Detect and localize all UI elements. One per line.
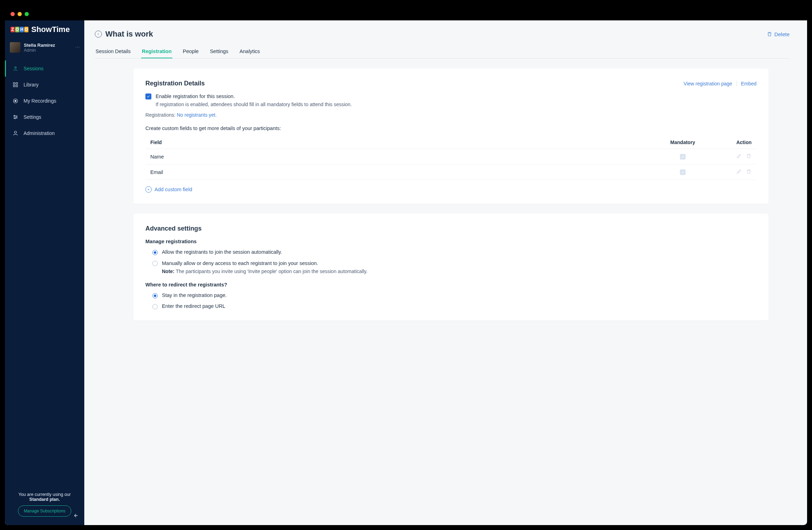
- field-name-cell: Email: [145, 164, 651, 180]
- manage-registrations-heading: Manage registrations: [145, 239, 757, 244]
- edit-row-button[interactable]: [736, 153, 742, 160]
- separator: [736, 81, 737, 86]
- plus-circle-icon: [145, 186, 152, 193]
- sidebar-item-label: Administration: [24, 130, 55, 136]
- trash-icon: [746, 153, 752, 159]
- tab-settings[interactable]: Settings: [209, 45, 229, 58]
- registration-card: Registration Details View registration p…: [133, 69, 768, 204]
- user-role: Admin: [24, 48, 55, 53]
- manage-option-manual-label: Manually allow or deny access to each re…: [162, 260, 318, 266]
- sidebar-item-label: Settings: [24, 114, 41, 120]
- check-icon: [681, 170, 685, 174]
- sidebar-item-label: My Recordings: [24, 98, 56, 104]
- table-row: Name: [145, 149, 757, 164]
- brand-name: ShowTime: [31, 25, 70, 34]
- check-icon: [146, 95, 150, 98]
- manage-option-manual-radio[interactable]: [152, 261, 158, 266]
- delete-row-button[interactable]: [746, 153, 752, 160]
- svg-point-6: [15, 100, 17, 102]
- table-row: Email: [145, 164, 757, 180]
- trash-icon: [767, 31, 772, 37]
- svg-rect-2: [16, 83, 18, 84]
- manage-option-auto-label: Allow the registrants to join the sessio…: [162, 249, 282, 255]
- col-mandatory: Mandatory: [651, 136, 714, 149]
- svg-rect-1: [13, 83, 15, 84]
- svg-rect-3: [13, 85, 15, 87]
- sidebar-item-recordings[interactable]: My Recordings: [5, 93, 84, 109]
- advanced-card: Advanced settings Manage registrations A…: [133, 214, 768, 321]
- plan-text-prefix: You are currently using our: [19, 492, 71, 497]
- user-name: Stella Ramirez: [24, 43, 55, 48]
- field-name-cell: Name: [145, 149, 651, 164]
- trash-icon: [746, 169, 752, 174]
- user-menu-icon[interactable]: ⋮: [75, 45, 80, 50]
- col-field: Field: [145, 136, 651, 149]
- record-icon: [12, 98, 19, 104]
- pencil-icon: [736, 169, 742, 174]
- edit-row-button[interactable]: [736, 169, 742, 175]
- mandatory-checkbox[interactable]: [680, 169, 686, 175]
- col-action: Action: [714, 136, 757, 149]
- tab-registration[interactable]: Registration: [141, 45, 172, 58]
- redirect-option-stay-label: Stay in the registration page.: [162, 292, 227, 298]
- plan-name: Standard plan.: [30, 497, 60, 502]
- registrations-info: Registrations: No registrants yet.: [145, 112, 757, 118]
- redirect-option-stay-radio[interactable]: [152, 293, 158, 298]
- manage-subscriptions-button[interactable]: Manage Subscriptions: [18, 505, 72, 517]
- enable-registration-label: Enable registration for this session.: [156, 93, 235, 99]
- avatar: [10, 42, 20, 53]
- check-icon: [681, 155, 685, 159]
- manage-note: Note: The participants you invite using …: [162, 269, 367, 274]
- pencil-icon: [736, 153, 742, 159]
- collapse-sidebar-icon[interactable]: [72, 512, 79, 520]
- svg-point-0: [15, 67, 17, 69]
- custom-fields-table: Field Mandatory Action Name: [145, 136, 757, 180]
- add-custom-field-button[interactable]: Add custom field: [145, 186, 192, 193]
- embed-link[interactable]: Embed: [741, 81, 757, 86]
- enable-registration-checkbox[interactable]: [145, 93, 151, 99]
- window-titlebar: [5, 8, 807, 20]
- enable-registration-subtext: If registration is enabled, attendees sh…: [156, 102, 757, 107]
- tab-session-details[interactable]: Session Details: [95, 45, 131, 58]
- maximize-window-icon[interactable]: [25, 12, 29, 16]
- person-icon: [12, 130, 19, 136]
- sliders-icon: [12, 114, 19, 120]
- sidebar-item-label: Library: [24, 82, 39, 88]
- redirect-heading: Where to redirect the registrants?: [145, 282, 757, 287]
- custom-fields-intro: Create custom fields to get more details…: [145, 125, 757, 131]
- svg-point-10: [14, 131, 17, 133]
- main-content: What is work Delete Session Details Regi…: [84, 20, 807, 525]
- back-button[interactable]: [95, 31, 102, 38]
- tabs: Session Details Registration People Sett…: [95, 45, 790, 59]
- svg-rect-4: [16, 85, 18, 87]
- redirect-option-url-radio[interactable]: [152, 304, 158, 309]
- manage-option-auto-radio[interactable]: [152, 250, 158, 255]
- sidebar-item-administration[interactable]: Administration: [5, 125, 84, 141]
- brand-logo-icon: Z O H O: [11, 27, 28, 32]
- view-registration-link[interactable]: View registration page: [683, 81, 732, 86]
- brand: Z O H O ShowTime: [5, 20, 84, 39]
- close-window-icon[interactable]: [11, 12, 15, 16]
- delete-button[interactable]: Delete: [767, 31, 790, 37]
- mandatory-checkbox[interactable]: [680, 154, 686, 160]
- registration-heading: Registration Details: [145, 80, 205, 87]
- minimize-window-icon[interactable]: [18, 12, 22, 16]
- user-block[interactable]: Stella Ramirez Admin ⋮: [5, 39, 84, 56]
- app-window: Z O H O ShowTime Stella Ramirez Admin ⋮: [5, 8, 807, 525]
- redirect-option-url-label: Enter the redirect page URL: [162, 303, 225, 309]
- sidebar-item-library[interactable]: Library: [5, 77, 84, 93]
- sidebar-item-label: Sessions: [24, 66, 44, 71]
- sidebar: Z O H O ShowTime Stella Ramirez Admin ⋮: [5, 20, 84, 525]
- sidebar-item-settings[interactable]: Settings: [5, 109, 84, 125]
- page-title: What is work: [95, 30, 153, 39]
- grid-icon: [12, 82, 19, 88]
- advanced-heading: Advanced settings: [145, 225, 757, 232]
- tab-people[interactable]: People: [182, 45, 199, 58]
- nav-list: Sessions Library My Recordings Settings …: [5, 60, 84, 141]
- delete-row-button[interactable]: [746, 169, 752, 175]
- registrants-link[interactable]: No registrants yet.: [177, 112, 217, 118]
- page-title-text: What is work: [105, 30, 153, 39]
- users-icon: [12, 65, 19, 72]
- sidebar-item-sessions[interactable]: Sessions: [5, 60, 84, 77]
- tab-analytics[interactable]: Analytics: [239, 45, 261, 58]
